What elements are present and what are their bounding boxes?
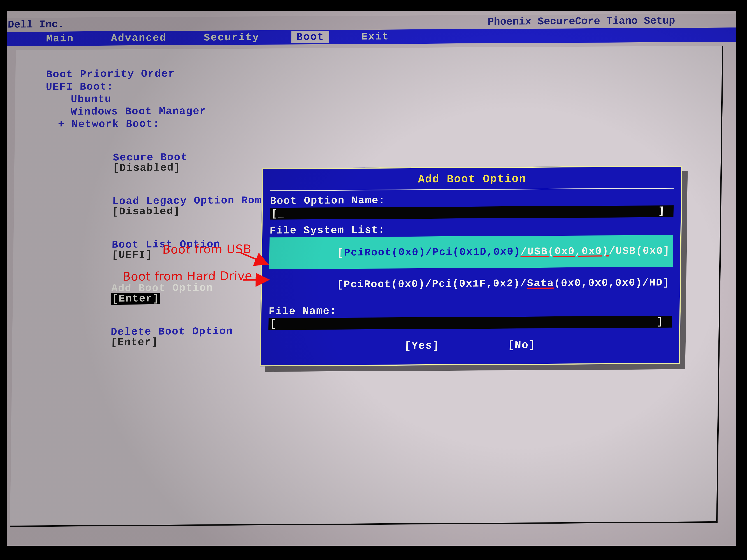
- svg-line-1: [243, 280, 267, 280]
- add-boot-option-dialog: Add Boot Option Boot Option Name: [_ ] F…: [260, 166, 682, 366]
- svg-line-0: [239, 252, 266, 264]
- opt-delete-boot-label: Delete Boot Option: [111, 326, 273, 337]
- file-name-label: File Name:: [268, 303, 672, 317]
- boot-option-name-label: Boot Option Name:: [270, 193, 674, 207]
- arrow-to-usb-icon: [239, 250, 272, 271]
- arrow-to-sata-icon: [243, 277, 272, 291]
- opt-boot-list-value: [UEFI]: [112, 249, 153, 261]
- bios-screen-photo: Dell Inc. Phoenix SecureCore Tiano Setup…: [7, 11, 736, 545]
- tab-boot[interactable]: Boot: [291, 31, 329, 43]
- no-button[interactable]: [No]: [508, 340, 536, 351]
- fs-entry-usb[interactable]: [PciRoot(0x0)/Pci(0x1D,0x0)/USB(0x0,0x0)…: [269, 235, 673, 269]
- annotation-usb: Boot from USB: [162, 243, 252, 256]
- tab-advanced[interactable]: Advanced: [106, 32, 172, 44]
- opt-legacy-rom-label: Load Legacy Option Rom: [112, 195, 274, 207]
- file-system-list-label: File System List:: [269, 222, 673, 237]
- boot-option-name-input[interactable]: [_ ]: [270, 205, 674, 219]
- vendor-label: Dell Inc.: [8, 19, 64, 30]
- tab-main[interactable]: Main: [41, 33, 79, 45]
- opt-secure-boot-label: Secure Boot: [113, 152, 275, 163]
- file-system-list: [PciRoot(0x0)/Pci(0x1D,0x0)/USB(0x0,0x0)…: [269, 235, 673, 301]
- file-name-input[interactable]: [ ]: [268, 316, 672, 330]
- tab-security[interactable]: Security: [199, 32, 264, 44]
- opt-add-boot-value: [Enter]: [111, 293, 160, 304]
- opt-legacy-rom-value: [Disabled]: [112, 206, 180, 217]
- tab-exit[interactable]: Exit: [356, 31, 394, 43]
- dialog-title: Add Boot Option: [270, 171, 674, 190]
- dialog-button-row: [Yes] [No]: [268, 333, 672, 352]
- setup-title: Phoenix SecureCore Tiano Setup: [488, 15, 736, 27]
- annotation-hdd: Boot from Hard Drive: [123, 270, 252, 283]
- opt-secure-boot-value: [Disabled]: [113, 162, 181, 174]
- fs-entry-sata[interactable]: [PciRoot(0x0)/Pci(0x1F,0x2)/Sata(0x0,0x0…: [269, 267, 673, 301]
- yes-button[interactable]: [Yes]: [404, 340, 440, 351]
- opt-delete-boot-value: [Enter]: [111, 336, 158, 348]
- boot-priority-heading: Boot Priority Order: [17, 48, 720, 81]
- bios-root: Dell Inc. Phoenix SecureCore Tiano Setup…: [7, 14, 736, 539]
